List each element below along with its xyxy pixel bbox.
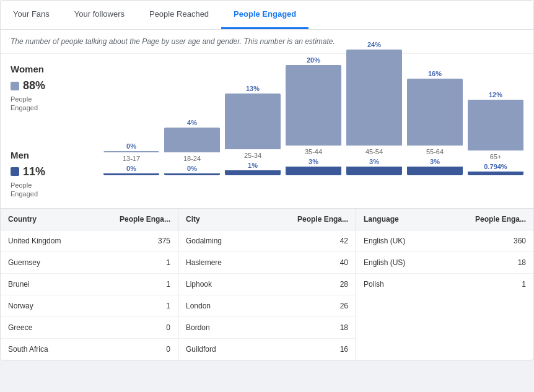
men-pct-label-65+: 0.794% bbox=[484, 163, 507, 170]
row-name: Brunei bbox=[8, 280, 166, 289]
bar-chart-wrapper: 0%13-170%4%18-240%13%25-341%20%35-443%24… bbox=[103, 64, 523, 198]
row-value: 1 bbox=[166, 302, 170, 310]
bar-group-65+: 12%65+0.794% bbox=[468, 91, 523, 175]
men-bar-45-54 bbox=[346, 167, 402, 175]
women-color-box bbox=[11, 82, 19, 90]
row-value: 0 bbox=[166, 323, 170, 332]
women-pct-label-55-64: 16% bbox=[428, 70, 442, 77]
language-col-value: People Enga... bbox=[475, 215, 526, 224]
men-color-row: 11% bbox=[11, 165, 103, 178]
women-pct: 88% bbox=[23, 79, 45, 92]
country-col-value: People Enga... bbox=[120, 215, 170, 224]
row-value: 28 bbox=[340, 280, 348, 289]
table-row: Guildford16 bbox=[178, 339, 356, 360]
women-pct-label-65+: 12% bbox=[489, 91, 502, 98]
women-bar-65+ bbox=[468, 100, 523, 150]
table-row: Haslemere40 bbox=[178, 252, 356, 274]
city-rows: Godalming42Haslemere40Liphook28London26B… bbox=[178, 230, 356, 360]
table-row: Guernsey1 bbox=[1, 252, 178, 274]
men-pct-label-35-44: 3% bbox=[309, 158, 318, 165]
country-table-header: Country People Enga... bbox=[1, 209, 178, 230]
table-row: Norway1 bbox=[1, 295, 178, 317]
legend-section: Women 88% PeopleEngaged Men 11% PeopleEn… bbox=[11, 64, 103, 198]
row-name: Guernsey bbox=[8, 258, 166, 267]
bar-chart: 0%13-170%4%18-240%13%25-341%20%35-443%24… bbox=[103, 64, 523, 175]
men-bar-18-24 bbox=[164, 173, 220, 175]
table-row: London26 bbox=[178, 295, 356, 317]
city-table-header: City People Enga... bbox=[178, 209, 356, 230]
row-name: Liphook bbox=[186, 280, 340, 289]
women-legend: Women 88% PeopleEngaged bbox=[11, 64, 103, 113]
women-bar-55-64 bbox=[407, 79, 463, 146]
city-col-value: People Enga... bbox=[297, 215, 348, 224]
row-name: Godalming bbox=[186, 237, 340, 245]
tab-your-followers[interactable]: Your followers bbox=[62, 1, 137, 29]
row-name: Guildford bbox=[186, 345, 340, 354]
row-value: 16 bbox=[340, 345, 348, 354]
row-name: English (US) bbox=[364, 258, 518, 267]
age-label-18-24: 18-24 bbox=[183, 155, 201, 162]
men-bar-25-34 bbox=[225, 170, 281, 175]
women-pct-label-25-34: 13% bbox=[246, 85, 260, 92]
row-value: 18 bbox=[340, 323, 348, 332]
row-value: 40 bbox=[340, 258, 348, 267]
women-pct-label-45-54: 24% bbox=[367, 41, 381, 48]
row-value: 0 bbox=[166, 345, 170, 354]
age-label-35-44: 35-44 bbox=[305, 148, 322, 155]
row-value: 18 bbox=[518, 258, 526, 267]
row-name: Bordon bbox=[186, 323, 340, 332]
women-title: Women bbox=[11, 64, 103, 74]
tab-people-reached[interactable]: People Reached bbox=[137, 1, 221, 29]
table-row: South Africa0 bbox=[1, 339, 178, 360]
table-row: United Kingdom375 bbox=[1, 230, 178, 252]
men-pct-label-55-64: 3% bbox=[430, 158, 440, 165]
table-row: English (US)18 bbox=[356, 252, 533, 274]
men-pct-label-45-54: 3% bbox=[369, 158, 379, 165]
women-pct-label-18-24: 4% bbox=[187, 119, 197, 126]
language-table-header: Language People Enga... bbox=[356, 209, 533, 230]
men-pct-label-25-34: 1% bbox=[248, 162, 258, 169]
tab-people-engaged[interactable]: People Engaged bbox=[221, 1, 309, 29]
age-label-65+: 65+ bbox=[490, 153, 502, 160]
bar-group-18-24: 4%18-240% bbox=[164, 119, 220, 175]
row-value: 1 bbox=[166, 258, 170, 267]
bar-group-35-44: 20%35-443% bbox=[286, 56, 341, 175]
row-name: Greece bbox=[8, 323, 166, 332]
men-bar-55-64 bbox=[407, 167, 463, 175]
table-row: Godalming42 bbox=[178, 230, 356, 252]
row-value: 375 bbox=[158, 237, 170, 245]
women-bar-25-34 bbox=[225, 94, 281, 149]
country-col-name: Country bbox=[8, 215, 120, 224]
tab-bar: Your Fans Your followers People Reached … bbox=[1, 1, 533, 30]
women-bar-45-54 bbox=[346, 50, 402, 146]
language-rows: English (UK)360English (US)18Polish1 bbox=[356, 230, 533, 295]
chart-description: The number of people talking about the P… bbox=[1, 30, 533, 54]
row-value: 1 bbox=[166, 280, 170, 289]
row-value: 26 bbox=[340, 302, 348, 310]
men-pct-label-13-17: 0% bbox=[126, 165, 136, 172]
women-bar-18-24 bbox=[164, 128, 220, 152]
table-row: English (UK)360 bbox=[356, 230, 533, 252]
bar-group-25-34: 13%25-341% bbox=[225, 85, 281, 175]
men-color-box bbox=[11, 167, 19, 176]
tab-your-fans[interactable]: Your Fans bbox=[1, 1, 62, 29]
women-engaged-label: PeopleEngaged bbox=[11, 95, 103, 113]
table-row: Brunei1 bbox=[1, 274, 178, 295]
row-value: 42 bbox=[340, 237, 348, 245]
women-pct-label-13-17: 0% bbox=[126, 142, 136, 150]
men-bar-35-44 bbox=[286, 167, 341, 175]
country-rows: United Kingdom375Guernsey1Brunei1Norway1… bbox=[1, 230, 178, 360]
men-bar-65+ bbox=[468, 172, 523, 175]
age-label-13-17: 13-17 bbox=[123, 155, 140, 162]
women-pct-label-35-44: 20% bbox=[307, 56, 320, 64]
bar-group-45-54: 24%45-543% bbox=[346, 41, 402, 175]
bar-group-13-17: 0%13-170% bbox=[103, 142, 159, 175]
city-col-name: City bbox=[186, 215, 297, 224]
age-label-25-34: 25-34 bbox=[244, 152, 261, 159]
men-title: Men bbox=[11, 150, 103, 160]
women-color-row: 88% bbox=[11, 79, 103, 92]
row-name: Norway bbox=[8, 302, 166, 310]
tables-section: Country People Enga... United Kingdom375… bbox=[1, 208, 533, 360]
men-pct: 11% bbox=[23, 165, 45, 178]
men-legend: Men 11% PeopleEngaged bbox=[11, 150, 103, 199]
